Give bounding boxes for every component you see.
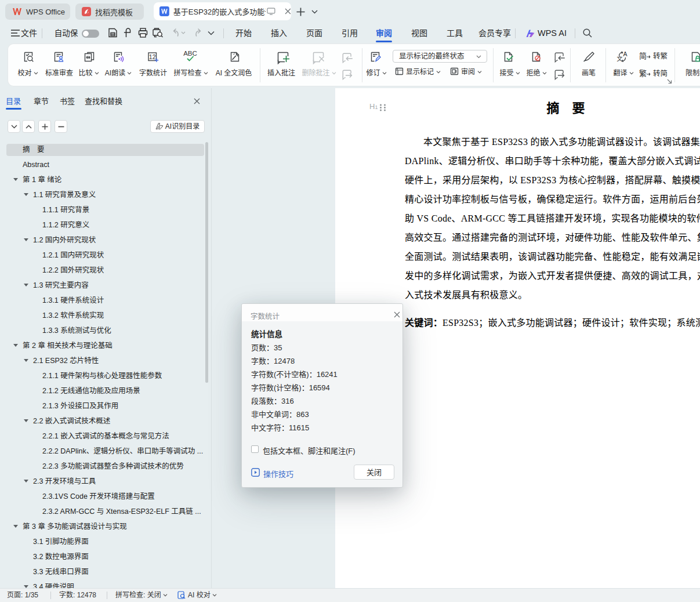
svg-text:12: 12 <box>149 53 156 60</box>
svg-text:ABC: ABC <box>183 50 197 57</box>
svg-text:A: A <box>623 51 628 57</box>
